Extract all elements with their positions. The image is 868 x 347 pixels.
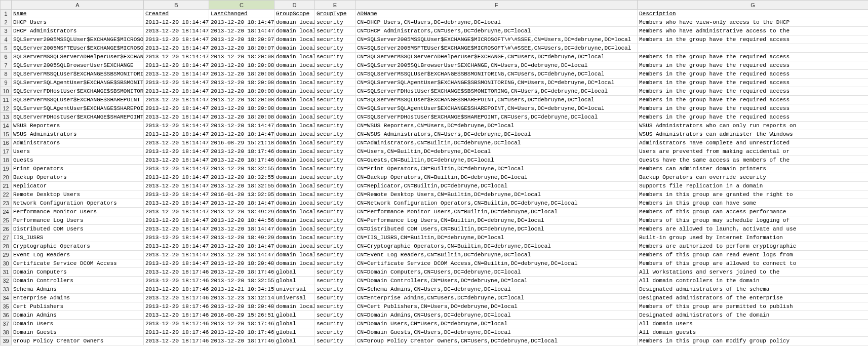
cell-groupscope[interactable]: domain local — [274, 208, 315, 216]
cell-lastchanged[interactable]: 2013-12-20 18:32:55 — [209, 165, 274, 173]
row-header-28[interactable]: 28 — [1, 242, 12, 251]
cell-description[interactable]: Supports file replication in a domain — [638, 182, 869, 190]
row-header-6[interactable]: 6 — [1, 53, 12, 61]
cell-groupscope[interactable]: domain local — [274, 104, 315, 113]
header-cell-grouptype[interactable]: GroupType — [315, 10, 356, 18]
row-header-17[interactable]: 17 — [1, 147, 12, 156]
cell-grouptype[interactable]: security — [315, 190, 356, 199]
cell-adname[interactable]: CN=SQLServer2005SQLBrowserUser$EXCHANGE,… — [356, 61, 638, 70]
cell-adname[interactable]: CN=Certificate Service DCOM Access,CN=Bu… — [356, 259, 638, 268]
cell-adname[interactable]: CN=Schema Admins,CN=Users,DC=debruyne,DC… — [356, 285, 638, 294]
select-all-corner[interactable] — [1, 1, 12, 10]
cell-adname[interactable]: CN=Enterprise Admins,CN=Users,DC=debruyn… — [356, 294, 638, 302]
cell-description[interactable]: Members in the group have the required a… — [638, 61, 869, 70]
row-header-15[interactable]: 15 — [1, 130, 12, 139]
cell-lastchanged[interactable]: 2013-12-20 18:14:47 — [209, 225, 274, 234]
cell-grouptype[interactable]: security — [315, 44, 356, 53]
cell-lastchanged[interactable]: 2013-12-20 18:20:08 — [209, 96, 274, 104]
cell-name[interactable]: Backup Operators — [12, 173, 144, 182]
cell-grouptype[interactable]: security — [315, 173, 356, 182]
cell-grouptype[interactable]: security — [315, 87, 356, 96]
cell-lastchanged[interactable]: 2013-12-20 18:20:08 — [209, 87, 274, 96]
cell-adname[interactable]: CN=SQLServerMSSQLServerADHelperUser$EXCH… — [356, 53, 638, 61]
cell-created[interactable]: 2013-12-20 18:17:46 — [144, 294, 209, 302]
cell-description[interactable]: Members in the group have the required a… — [638, 96, 869, 104]
cell-created[interactable]: 2013-12-20 18:17:46 — [144, 285, 209, 294]
cell-name[interactable]: Administrators — [12, 139, 144, 147]
cell-description[interactable]: Guests have the same access as members o… — [638, 156, 869, 165]
row-header-4[interactable]: 4 — [1, 35, 12, 44]
cell-created[interactable]: 2013-12-20 18:17:46 — [144, 277, 209, 285]
cell-name[interactable]: SQLServerSQLAgentUser$EXCHANGE$SHAREPOIN — [12, 104, 144, 113]
cell-grouptype[interactable]: security — [315, 234, 356, 242]
cell-name[interactable]: SQLServer2005SQLBrowserUser$EXCHANGE — [12, 61, 144, 70]
cell-description[interactable]: Designated administrators of the enterpr… — [638, 294, 869, 302]
row-header-29[interactable]: 29 — [1, 251, 12, 259]
cell-adname[interactable]: CN=Print Operators,CN=Builtin,DC=debruyn… — [356, 165, 638, 173]
cell-lastchanged[interactable]: 2016-08-29 15:26:51 — [209, 311, 274, 320]
cell-lastchanged[interactable]: 2013-12-20 18:32:55 — [209, 182, 274, 190]
cell-name[interactable]: Domain Guests — [12, 328, 144, 337]
row-header-30[interactable]: 30 — [1, 259, 12, 268]
cell-description[interactable]: Members of this group can read event log… — [638, 251, 869, 259]
cell-lastchanged[interactable]: 2013-12-21 10:34:15 — [209, 285, 274, 294]
cell-adname[interactable]: CN=Guests,CN=Builtin,DC=debruyne,DC=loca… — [356, 156, 638, 165]
cell-name[interactable]: SQLServerSQLAgentUser$EXCHANGE$SBSMONITO — [12, 79, 144, 87]
cell-created[interactable]: 2013-12-20 18:14:47 — [144, 27, 209, 35]
row-header-25[interactable]: 25 — [1, 216, 12, 225]
cell-name[interactable]: Print Operators — [12, 165, 144, 173]
cell-created[interactable]: 2013-12-20 18:14:47 — [144, 173, 209, 182]
cell-lastchanged[interactable]: 2013-12-20 18:32:55 — [209, 173, 274, 182]
cell-lastchanged[interactable]: 2013-12-20 18:14:47 — [209, 199, 274, 208]
cell-adname[interactable]: CN=SQLServerSQLAgentUser$EXCHANGE$SHAREP… — [356, 104, 638, 113]
cell-grouptype[interactable]: security — [315, 18, 356, 27]
cell-adname[interactable]: CN=DHCP Users,CN=Users,DC=debruyne,DC=lo… — [356, 18, 638, 27]
cell-created[interactable]: 2013-12-20 18:14:47 — [144, 44, 209, 53]
row-header-3[interactable]: 3 — [1, 27, 12, 35]
cell-created[interactable]: 2013-12-20 18:14:47 — [144, 259, 209, 268]
column-header-C[interactable]: C — [209, 1, 274, 10]
cell-grouptype[interactable]: security — [315, 165, 356, 173]
cell-name[interactable]: DHCP Users — [12, 18, 144, 27]
cell-groupscope[interactable]: domain local — [274, 156, 315, 165]
row-header-35[interactable]: 35 — [1, 302, 12, 311]
cell-groupscope[interactable]: domain local — [274, 113, 315, 122]
cell-created[interactable]: 2013-12-20 18:14:47 — [144, 199, 209, 208]
cell-grouptype[interactable]: security — [315, 156, 356, 165]
cell-lastchanged[interactable]: 2013-12-20 18:17:46 — [209, 320, 274, 328]
cell-adname[interactable]: CN=Domain Admins,CN=Users,DC=debruyne,DC… — [356, 311, 638, 320]
cell-groupscope[interactable]: domain local — [274, 242, 315, 251]
cell-name[interactable]: WSUS Reporters — [12, 122, 144, 130]
cell-lastchanged[interactable]: 2013-12-20 18:17:46 — [209, 147, 274, 156]
cell-groupscope[interactable]: domain local — [274, 225, 315, 234]
cell-name[interactable]: SQLServerMSSQLUser$EXCHANGE$SHAREPOINT — [12, 96, 144, 104]
cell-lastchanged[interactable]: 2013-12-20 18:14:47 — [209, 242, 274, 251]
row-header-33[interactable]: 33 — [1, 285, 12, 294]
cell-adname[interactable]: CN=WSUS Administrators,CN=Users,DC=debru… — [356, 130, 638, 139]
row-header-34[interactable]: 34 — [1, 294, 12, 302]
cell-description[interactable]: Members of this group can access perform… — [638, 208, 869, 216]
cell-description[interactable]: Members who have view-only access to the… — [638, 18, 869, 27]
cell-groupscope[interactable]: domain local — [274, 234, 315, 242]
cell-name[interactable]: WSUS Administrators — [12, 130, 144, 139]
cell-grouptype[interactable]: security — [315, 53, 356, 61]
cell-name[interactable]: SQLServerFDHostUser$EXCHANGE$SHAREPOINT — [12, 113, 144, 122]
cell-grouptype[interactable]: security — [315, 320, 356, 328]
row-header-1[interactable]: 1 — [1, 10, 12, 18]
cell-groupscope[interactable]: domain local — [274, 147, 315, 156]
cell-description[interactable]: Designated administrators of the schema — [638, 285, 869, 294]
cell-created[interactable]: 2013-12-20 18:14:47 — [144, 130, 209, 139]
cell-created[interactable]: 2013-12-20 18:14:47 — [144, 61, 209, 70]
row-header-27[interactable]: 27 — [1, 234, 12, 242]
cell-created[interactable]: 2013-12-20 18:14:47 — [144, 147, 209, 156]
cell-grouptype[interactable]: security — [315, 104, 356, 113]
row-header-31[interactable]: 31 — [1, 268, 12, 277]
cell-groupscope[interactable]: domain local — [274, 130, 315, 139]
cell-adname[interactable]: CN=Group Policy Creator Owners,CN=Users,… — [356, 337, 638, 345]
cell-description[interactable]: All domain controllers in the domain — [638, 277, 869, 285]
cell-adname[interactable]: CN=Event Log Readers,CN=Builtin,DC=debru… — [356, 251, 638, 259]
cell-lastchanged[interactable]: 2013-12-20 18:14:47 — [209, 27, 274, 35]
cell-name[interactable]: Performance Log Users — [12, 216, 144, 225]
cell-created[interactable]: 2013-12-20 18:14:47 — [144, 251, 209, 259]
cell-created[interactable]: 2013-12-20 18:14:47 — [144, 79, 209, 87]
